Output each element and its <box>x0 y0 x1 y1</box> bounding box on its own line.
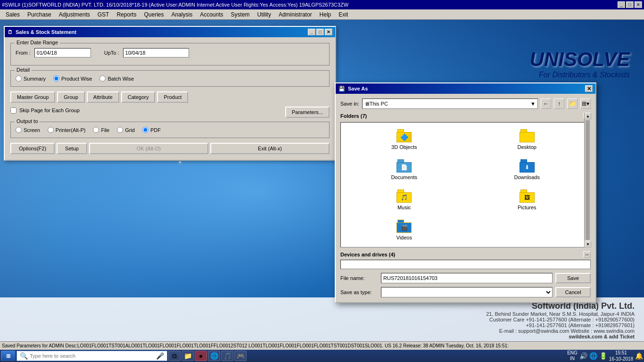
summary-radio[interactable] <box>16 75 22 82</box>
view-options-btn[interactable]: ⊞▾ <box>580 99 591 109</box>
output-legend: Output to <box>15 118 40 124</box>
exit-btn[interactable]: Exit (Alt-x) <box>210 143 330 154</box>
new-folder-btn[interactable]: 📁 <box>567 99 578 109</box>
folder-desktop-label: Desktop <box>518 144 537 150</box>
title-bar-controls[interactable]: _ □ ✕ <box>618 1 642 8</box>
company-address: 21, Behind Sunder Market, Near S.M.S. Ho… <box>9 311 635 317</box>
taskbar-battery-icon[interactable]: 🔋 <box>599 352 607 360</box>
file-radio[interactable] <box>93 127 99 133</box>
taskbar-icon-red[interactable]: ● <box>195 351 207 361</box>
menu-analysis[interactable]: Analysis <box>168 10 197 19</box>
mic-icon: 🎤 <box>156 352 164 360</box>
printer-radio[interactable] <box>48 127 54 133</box>
taskbar-task-view[interactable]: ⧉ <box>168 351 181 361</box>
screen-radio[interactable] <box>16 127 22 133</box>
search-input[interactable] <box>30 353 154 359</box>
pdf-radio[interactable] <box>142 127 149 133</box>
company-email: E-mail : support@swindia.com Website : w… <box>9 328 635 334</box>
summary-option[interactable]: Summary <box>16 75 46 82</box>
save-dialog-close-btn[interactable]: ✕ <box>585 85 593 92</box>
batch-wise-option[interactable]: Batch Wise <box>99 75 134 82</box>
group-btn[interactable]: Group <box>57 91 85 103</box>
menu-administrator[interactable]: Administrator <box>275 10 316 19</box>
menu-help[interactable]: Help <box>316 10 335 19</box>
devices-minimize-btn[interactable]: ─ <box>583 251 591 258</box>
pdf-option[interactable]: PDF <box>142 127 161 133</box>
batch-wise-radio[interactable] <box>99 75 106 82</box>
minimize-btn[interactable]: _ <box>618 1 625 8</box>
from-input[interactable] <box>34 48 91 58</box>
skip-page-row[interactable]: Skip Page for Each Group <box>10 107 80 114</box>
screen-option[interactable]: Screen <box>16 127 40 133</box>
start-button[interactable]: ⊞ <box>1 351 16 361</box>
cancel-btn[interactable]: Cancel <box>555 287 591 297</box>
menu-adjustments[interactable]: Adjustments <box>55 10 94 19</box>
folder-videos[interactable]: 🎬 Videos <box>345 217 464 243</box>
folder-videos-label: Videos <box>396 235 412 240</box>
file-name-label: File name: <box>340 275 378 281</box>
save-in-dropdown[interactable]: 🖥 This PC ▼ <box>362 99 538 109</box>
folder-desktop[interactable]: Desktop <box>468 126 587 153</box>
logo-area: UNISOLVE For Distributors & Stockists <box>530 48 630 79</box>
menu-gst[interactable]: GST <box>94 10 113 19</box>
search-bar[interactable]: 🔍 🎤 <box>17 351 167 361</box>
menu-sales[interactable]: Sales <box>2 10 24 19</box>
folder-scrollbar[interactable]: ▲ ▼ <box>584 113 591 247</box>
close-btn[interactable]: ✕ <box>635 1 642 8</box>
menu-system[interactable]: System <box>227 10 254 19</box>
save-btn[interactable]: Save <box>555 273 591 283</box>
parameters-btn[interactable]: Parameters... <box>285 107 330 118</box>
folder-3d-objects[interactable]: 🔷 3D Objects <box>345 126 464 153</box>
menu-reports[interactable]: Reports <box>113 10 140 19</box>
taskbar-volume-icon[interactable]: 🔊 <box>579 352 587 360</box>
grid-radio[interactable] <box>117 127 123 133</box>
attribute-btn[interactable]: Attribute <box>87 91 119 103</box>
taskbar-network-icon[interactable]: 🌐 <box>589 352 597 360</box>
taskbar-chrome[interactable]: 🌐 <box>208 351 220 361</box>
sales-win-close[interactable]: ✕ <box>325 29 332 35</box>
upto-input[interactable] <box>123 48 189 58</box>
sales-win-minimize[interactable]: _ <box>308 29 315 35</box>
scroll-down-btn[interactable]: ▼ <box>585 241 591 247</box>
product-wise-option[interactable]: Product Wise <box>53 75 92 82</box>
maximize-btn[interactable]: □ <box>626 1 634 8</box>
product-wise-radio[interactable] <box>53 75 59 82</box>
scroll-thumb[interactable] <box>586 120 590 240</box>
grid-option[interactable]: Grid <box>117 127 135 133</box>
taskbar-game[interactable]: 🎮 <box>234 351 247 361</box>
sales-win-maximize[interactable]: □ <box>316 29 324 35</box>
folder-downloads[interactable]: ⬇ Downloads <box>468 156 587 183</box>
menu-accounts[interactable]: Accounts <box>196 10 227 19</box>
folder-pictures[interactable]: 🖼 Pictures <box>468 187 587 213</box>
skip-page-checkbox[interactable] <box>10 107 17 114</box>
folder-documents[interactable]: 📄 Documents <box>345 156 464 183</box>
screen-label: Screen <box>24 127 40 133</box>
menu-utility[interactable]: Utility <box>254 10 275 19</box>
detail-group: Detail Summary Product Wise Batch Wise <box>10 70 330 87</box>
save-type-dropdown[interactable] <box>381 287 553 297</box>
menu-purchase[interactable]: Purchase <box>24 10 55 19</box>
clock-date: 16-10-2018 <box>609 356 633 362</box>
scroll-up-btn[interactable]: ▲ <box>585 113 591 119</box>
menu-exit[interactable]: Exit <box>335 10 352 19</box>
folder-music[interactable]: 🎵 Music <box>345 187 464 213</box>
file-option[interactable]: File <box>93 127 109 133</box>
devices-label: Devices and drives (4) ─ <box>340 251 591 258</box>
options-btn[interactable]: Options(F2) <box>10 143 55 154</box>
category-btn[interactable]: Category <box>121 91 156 103</box>
setup-btn[interactable]: Setup <box>57 143 87 154</box>
notification-icon[interactable]: 🔔 <box>635 352 643 360</box>
taskbar-music[interactable]: 🎵 <box>221 351 233 361</box>
nav-up-btn[interactable]: ↑ <box>554 99 564 109</box>
printer-option[interactable]: Printer(Alt-P) <box>48 127 86 133</box>
ok-btn[interactable]: OK (Alt-O) <box>89 143 208 154</box>
folder-pictures-label: Pictures <box>518 205 537 210</box>
master-group-btn[interactable]: Master Group <box>10 91 55 103</box>
menu-queries[interactable]: Queries <box>140 10 167 19</box>
product-btn[interactable]: Product <box>157 91 188 103</box>
nav-back-btn[interactable]: ← <box>541 99 551 109</box>
folder-downloads-label: Downloads <box>514 174 540 180</box>
file-name-input[interactable] <box>381 273 553 283</box>
logo-subtitle: For Distributors & Stockists <box>530 71 630 79</box>
taskbar-file-explorer[interactable]: 📁 <box>182 351 194 361</box>
